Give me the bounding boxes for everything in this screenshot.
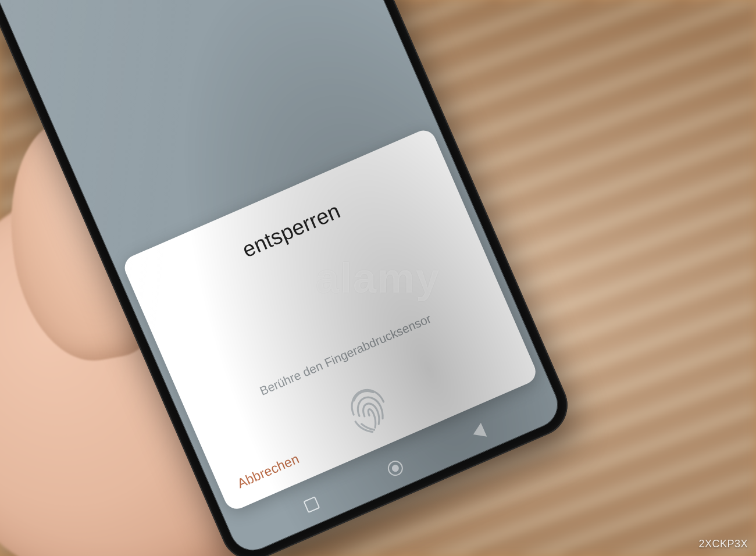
fingerprint-icon[interactable] [330,368,406,444]
dialog-title: entsperren [239,199,344,263]
recent-apps-icon[interactable] [303,496,320,513]
home-icon[interactable] [386,458,405,478]
stock-image-id: 2XCKP3X [698,538,748,550]
back-icon[interactable] [470,423,487,441]
cancel-button[interactable]: Abbrechen [233,448,304,494]
